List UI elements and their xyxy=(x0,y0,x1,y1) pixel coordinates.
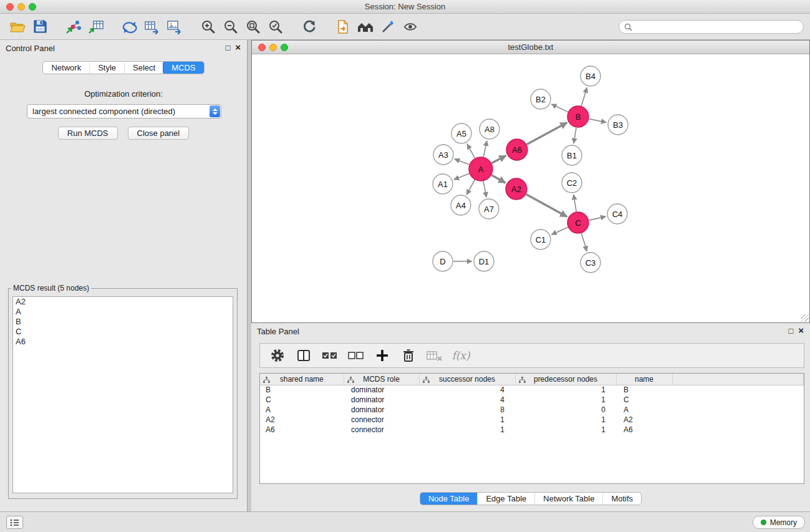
network-canvas[interactable]: B4B2BB3A5A8A6B1A3AC2A1A2A4A7C4CC1C3DD1 xyxy=(252,54,809,322)
graph-edge-A-A8[interactable] xyxy=(483,141,487,157)
graph-edge-A-A7[interactable] xyxy=(483,181,486,198)
save-session-button[interactable] xyxy=(29,17,51,37)
style-wand-button[interactable] xyxy=(377,17,399,37)
float-panel-icon[interactable]: □ xyxy=(225,43,230,52)
graph-node-A8[interactable]: A8 xyxy=(480,119,499,139)
zoom-in-button[interactable] xyxy=(197,17,219,37)
select-all-columns-button[interactable] xyxy=(321,347,339,364)
show-columns-button[interactable] xyxy=(295,347,312,364)
graph-edge-A-A3[interactable] xyxy=(455,159,470,165)
network-graph[interactable]: B4B2BB3A5A8A6B1A3AC2A1A2A4A7C4CC1C3DD1 xyxy=(252,54,809,322)
export-table-button[interactable] xyxy=(141,17,163,37)
refresh-layout-button[interactable] xyxy=(298,17,321,37)
column-header-successor-nodes[interactable]: successor nodes xyxy=(419,374,515,385)
home-networks-button[interactable] xyxy=(354,17,377,37)
table-row[interactable]: A dominator 8 0 A xyxy=(260,405,804,415)
export-image-button[interactable] xyxy=(163,17,186,37)
graph-node-A2[interactable]: A2 xyxy=(506,178,527,200)
zoom-fit-button[interactable] xyxy=(242,17,264,37)
table-row[interactable]: B dominator 4 1 B xyxy=(260,385,804,395)
tab-select[interactable]: Select xyxy=(124,62,163,74)
delete-column-button[interactable] xyxy=(400,347,417,364)
table-row[interactable]: A2 connector 1 1 A2 xyxy=(260,415,804,425)
graph-node-B4[interactable]: B4 xyxy=(581,66,600,86)
search-input[interactable] xyxy=(635,22,798,31)
function-builder-button[interactable]: f(x) xyxy=(452,347,470,364)
column-header-shared-name[interactable]: shared name xyxy=(260,374,344,385)
zoom-selected-button[interactable] xyxy=(264,17,287,37)
graph-node-C3[interactable]: C3 xyxy=(581,253,600,273)
import-network-button[interactable] xyxy=(62,17,85,37)
graph-edge-C-C1[interactable] xyxy=(551,227,567,235)
graph-node-A1[interactable]: A1 xyxy=(433,174,453,194)
graph-edge-A-A5[interactable] xyxy=(467,144,475,158)
search-field[interactable] xyxy=(619,20,804,34)
network-document-button[interactable] xyxy=(332,17,354,37)
graph-node-C2[interactable]: C2 xyxy=(562,173,582,193)
task-history-button[interactable] xyxy=(6,516,23,529)
graph-edge-A-A6[interactable] xyxy=(492,155,506,163)
criterion-dropdown[interactable]: largest connected component (directed) xyxy=(27,104,221,118)
float-table-panel-icon[interactable]: □ xyxy=(788,326,793,336)
graph-edge-B-B1[interactable] xyxy=(574,128,576,143)
close-table-panel-icon[interactable]: × xyxy=(798,326,804,336)
graph-node-A[interactable]: A xyxy=(469,157,493,181)
graph-edge-C-C3[interactable] xyxy=(581,233,587,251)
memory-button[interactable]: Memory xyxy=(753,516,805,529)
mcds-result-list[interactable]: A2 A B C A6 xyxy=(12,296,233,493)
graph-edge-C-C2[interactable] xyxy=(574,195,576,211)
graph-node-D1[interactable]: D1 xyxy=(474,251,494,271)
graph-node-B2[interactable]: B2 xyxy=(531,89,551,109)
graph-edge-A-A2[interactable] xyxy=(491,175,505,183)
zoom-out-button[interactable] xyxy=(219,17,242,37)
import-table-button[interactable] xyxy=(85,17,107,37)
table-row[interactable]: C dominator 4 1 C xyxy=(260,395,804,405)
network-window-title: testGlobe.txt xyxy=(252,42,809,52)
graph-edge-B-B4[interactable] xyxy=(581,87,587,106)
graph-node-B3[interactable]: B3 xyxy=(608,115,628,135)
graph-node-C4[interactable]: C4 xyxy=(607,204,627,224)
graph-node-A6[interactable]: A6 xyxy=(506,139,528,160)
workspace: Control Panel □ × Network Style Select M… xyxy=(0,40,810,511)
graph-node-A7[interactable]: A7 xyxy=(479,199,499,219)
unselect-all-columns-button[interactable] xyxy=(347,347,365,364)
graph-node-A3[interactable]: A3 xyxy=(433,145,453,165)
graph-edge-A-A1[interactable] xyxy=(454,173,470,180)
column-header-name[interactable]: name xyxy=(616,374,672,385)
close-panel-icon[interactable]: × xyxy=(235,43,241,52)
graph-edge-B-B2[interactable] xyxy=(551,104,568,112)
network-window-titlebar[interactable]: testGlobe.txt xyxy=(252,41,809,54)
graph-node-D[interactable]: D xyxy=(433,251,453,271)
table-row[interactable]: A6 connector 1 1 A6 xyxy=(260,425,804,435)
new-network-button[interactable] xyxy=(118,17,141,37)
tab-edge-table[interactable]: Edge Table xyxy=(477,493,534,505)
tab-style[interactable]: Style xyxy=(89,62,124,74)
run-mcds-button[interactable]: Run MCDS xyxy=(58,127,118,140)
tab-network[interactable]: Network xyxy=(43,62,89,74)
graph-edge-A6-B[interactable] xyxy=(527,123,567,145)
graph-node-B[interactable]: B xyxy=(567,106,589,127)
delete-table-button[interactable] xyxy=(426,347,443,364)
tab-node-table[interactable]: Node Table xyxy=(420,492,478,505)
graph-edge-B-B3[interactable] xyxy=(589,119,607,123)
graph-node-A4[interactable]: A4 xyxy=(451,195,471,215)
graph-node-A5[interactable]: A5 xyxy=(451,123,471,143)
tab-mcds[interactable]: MCDS xyxy=(163,61,204,74)
create-column-button[interactable] xyxy=(374,347,391,364)
graph-edge-C-C4[interactable] xyxy=(589,216,606,220)
window-resize-handle[interactable] xyxy=(801,314,809,322)
graph-node-C[interactable]: C xyxy=(567,212,589,233)
column-header-predecessor-nodes[interactable]: predecessor nodes xyxy=(515,374,616,385)
column-header-mcds-role[interactable]: MCDS role xyxy=(344,374,419,385)
hierarchy-icon xyxy=(347,377,354,383)
close-panel-button[interactable]: Close panel xyxy=(128,127,190,140)
open-session-button[interactable] xyxy=(6,17,29,37)
graph-edge-A-A4[interactable] xyxy=(466,180,475,195)
graph-node-C1[interactable]: C1 xyxy=(531,230,551,249)
tab-network-table[interactable]: Network Table xyxy=(534,493,602,505)
tab-motifs[interactable]: Motifs xyxy=(602,493,641,505)
show-hide-graphics-button[interactable] xyxy=(399,17,422,37)
graph-edge-A2-C[interactable] xyxy=(526,195,567,217)
table-settings-button[interactable] xyxy=(269,347,286,364)
graph-node-B1[interactable]: B1 xyxy=(562,145,582,165)
